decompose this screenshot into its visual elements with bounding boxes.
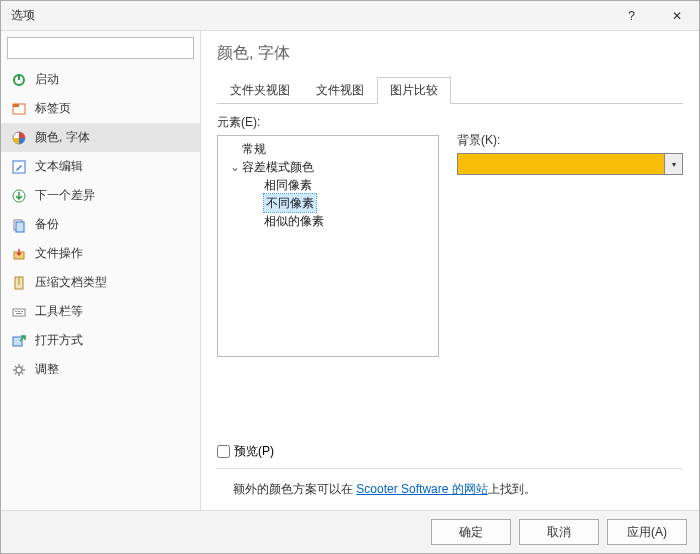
- pencil-icon: [11, 159, 27, 175]
- tree-node-similar-px[interactable]: 相似的像素: [224, 212, 432, 230]
- sidebar-item-open-with[interactable]: 打开方式: [1, 326, 200, 355]
- sidebar-item-label: 颜色, 字体: [35, 129, 90, 146]
- svg-rect-16: [16, 313, 22, 314]
- sidebar-item-label: 启动: [35, 71, 59, 88]
- svg-rect-3: [13, 104, 19, 107]
- palette-icon: [11, 130, 27, 146]
- svg-point-18: [16, 367, 22, 373]
- tree-node-general[interactable]: 常规: [224, 140, 432, 158]
- gear-icon: [11, 362, 27, 378]
- preview-checkbox[interactable]: [217, 445, 230, 458]
- element-tree[interactable]: 常规 ⌄容差模式颜色 相同像素 不同像素 相似的像素: [217, 135, 439, 357]
- content: 颜色, 字体 文件夹视图 文件视图 图片比较 元素(E): 常规 ⌄容差模式颜色…: [201, 31, 699, 510]
- backup-icon: [11, 217, 27, 233]
- svg-rect-13: [15, 311, 17, 312]
- chevron-down-icon[interactable]: ▾: [664, 154, 682, 174]
- sidebar-item-label: 打开方式: [35, 332, 83, 349]
- tab-picture-compare[interactable]: 图片比较: [377, 77, 451, 104]
- sidebar-item-tweaks[interactable]: 调整: [1, 355, 200, 384]
- power-icon: [11, 72, 27, 88]
- zip-icon: [11, 275, 27, 291]
- footnote: 额外的颜色方案可以在 Scooter Software 的网站上找到。: [217, 468, 683, 510]
- open-with-icon: [11, 333, 27, 349]
- sidebar-item-label: 文件操作: [35, 245, 83, 262]
- sidebar-item-tabs[interactable]: 标签页: [1, 94, 200, 123]
- titlebar: 选项 ? ✕: [1, 1, 699, 31]
- tree-node-diff-px[interactable]: 不同像素: [224, 194, 432, 212]
- sidebar-item-label: 调整: [35, 361, 59, 378]
- sidebar-item-file-ops[interactable]: 文件操作: [1, 239, 200, 268]
- svg-rect-15: [21, 311, 23, 312]
- sidebar-item-label: 下一个差异: [35, 187, 95, 204]
- cancel-button[interactable]: 取消: [519, 519, 599, 545]
- tab-folder-view[interactable]: 文件夹视图: [217, 77, 303, 104]
- close-button[interactable]: ✕: [654, 1, 699, 31]
- sidebar-item-toolbars[interactable]: 工具栏等: [1, 297, 200, 326]
- element-label: 元素(E):: [217, 114, 439, 131]
- sidebar-item-archive-types[interactable]: 压缩文档类型: [1, 268, 200, 297]
- tab-icon: [11, 101, 27, 117]
- svg-rect-17: [13, 337, 22, 346]
- svg-rect-8: [16, 222, 24, 232]
- color-swatch: [458, 154, 664, 174]
- ok-button[interactable]: 确定: [431, 519, 511, 545]
- sidebar-item-backup[interactable]: 备份: [1, 210, 200, 239]
- sidebar-item-next-diff[interactable]: 下一个差异: [1, 181, 200, 210]
- sidebar: 🔍 启动 标签页 颜色, 字体 文本编辑 下一个差异: [1, 31, 201, 510]
- preview-label[interactable]: 预览(P): [234, 443, 274, 460]
- sidebar-item-label: 备份: [35, 216, 59, 233]
- background-color-picker[interactable]: ▾: [457, 153, 683, 175]
- tab-file-view[interactable]: 文件视图: [303, 77, 377, 104]
- chevron-down-icon[interactable]: ⌄: [228, 158, 242, 176]
- tabs: 文件夹视图 文件视图 图片比较: [217, 76, 683, 104]
- sidebar-item-text-edit[interactable]: 文本编辑: [1, 152, 200, 181]
- dialog-buttons: 确定 取消 应用(A): [1, 510, 699, 553]
- apply-button[interactable]: 应用(A): [607, 519, 687, 545]
- sidebar-item-startup[interactable]: 启动: [1, 65, 200, 94]
- sidebar-item-label: 标签页: [35, 100, 71, 117]
- svg-rect-14: [18, 311, 20, 312]
- background-label: 背景(K):: [457, 132, 683, 149]
- sidebar-item-label: 工具栏等: [35, 303, 83, 320]
- tree-node-tolerance[interactable]: ⌄容差模式颜色: [224, 158, 432, 176]
- keyboard-icon: [11, 304, 27, 320]
- nav-list: 启动 标签页 颜色, 字体 文本编辑 下一个差异 备份: [1, 65, 200, 510]
- sidebar-item-label: 压缩文档类型: [35, 274, 107, 291]
- arrow-down-icon: [11, 188, 27, 204]
- help-button[interactable]: ?: [609, 1, 654, 31]
- page-title: 颜色, 字体: [217, 43, 683, 64]
- file-ops-icon: [11, 246, 27, 262]
- sidebar-item-label: 文本编辑: [35, 158, 83, 175]
- tree-node-same-px[interactable]: 相同像素: [224, 176, 432, 194]
- sidebar-item-colors-fonts[interactable]: 颜色, 字体: [1, 123, 200, 152]
- scooter-link[interactable]: Scooter Software 的网站: [356, 482, 487, 496]
- window-title: 选项: [11, 7, 609, 24]
- search-input[interactable]: [7, 37, 194, 59]
- svg-rect-12: [13, 309, 25, 316]
